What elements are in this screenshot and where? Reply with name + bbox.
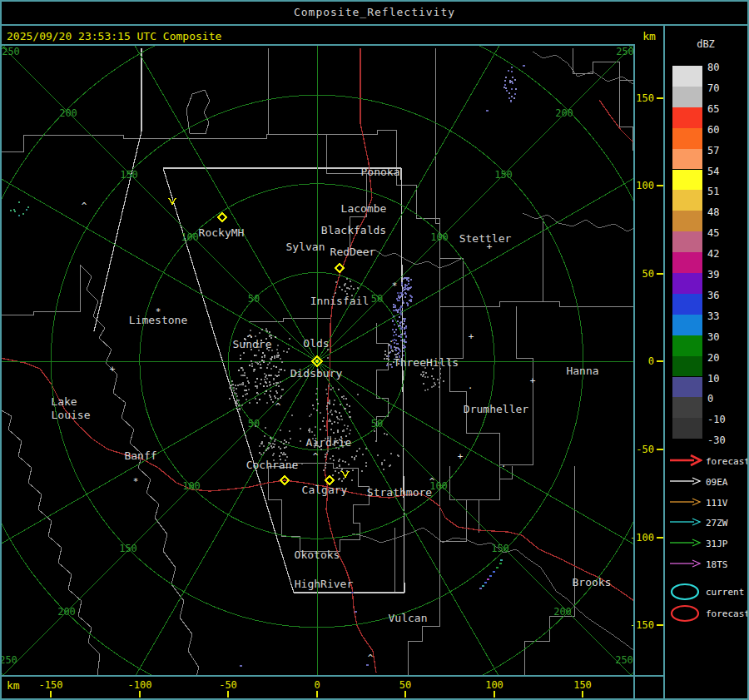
city-label: Didsbury [290, 367, 343, 380]
storm-cell-ellipse-icon [669, 603, 702, 623]
svg-text:50: 50 [371, 293, 383, 305]
track-legend-row: 09EA [669, 475, 747, 489]
track-arrow-icon [669, 496, 702, 509]
svg-text:150: 150 [120, 169, 138, 181]
city-label: Stettler [459, 232, 512, 245]
city-label: Brooks [573, 576, 612, 588]
dbz-edge-label: -30 [707, 435, 726, 445]
svg-text:50: 50 [248, 293, 260, 305]
svg-text:200: 200 [59, 107, 77, 119]
city-label: RockyMH [199, 226, 245, 239]
y-axis-tick [657, 537, 663, 539]
track-legend-row: 18TS [669, 558, 747, 571]
dbz-edge-label: 80 [707, 62, 719, 72]
svg-text:150: 150 [491, 543, 509, 554]
x-axis-tick [316, 691, 318, 698]
city-label: RedDeer [330, 246, 376, 258]
radar-map-svg: 5010015020025050100150200250501001502002… [0, 45, 634, 676]
dbz-edge-label: 45 [707, 228, 719, 238]
track-id-label: 111V [706, 498, 728, 509]
dbz-edge-label: 10 [707, 374, 719, 384]
dbz-edge-label: 39 [707, 270, 719, 280]
dbz-color-box [672, 294, 702, 315]
svg-text:200: 200 [553, 606, 572, 618]
track-arrow-icon [669, 516, 702, 529]
legend-panel: dBZ 807065605754514845423936333020100-10… [664, 25, 749, 700]
dbz-color-box [672, 231, 702, 252]
svg-text:+: + [487, 241, 493, 252]
city-label: Banff [124, 449, 156, 462]
radar-map-canvas[interactable]: 5010015020025050100150200250501001502002… [0, 45, 634, 676]
y-axis-tick [657, 97, 663, 99]
dbz-edge-label: 51 [707, 186, 719, 196]
dbz-color-box [672, 377, 702, 398]
map-top-border [0, 44, 634, 46]
titlebar-divider-line [0, 24, 749, 26]
city-label: Okotoks [295, 549, 340, 561]
dbz-color-box [672, 170, 702, 191]
dbz-edge-label: 70 [707, 83, 719, 93]
y-axis-unit-label: km [635, 30, 663, 42]
svg-text:+: + [110, 364, 116, 375]
x-axis-tick-label: -150 [31, 679, 71, 691]
dbz-color-box [672, 107, 702, 128]
track-id-label: 18TS [706, 559, 728, 570]
window-title: Composite_Reflectivity [0, 0, 749, 24]
svg-text:*: * [392, 280, 398, 291]
city-label: Calgary [302, 484, 348, 496]
city-label: Vulcan [389, 612, 428, 624]
dbz-color-box [672, 128, 702, 149]
svg-text:150: 150 [494, 169, 513, 181]
dbz-color-box [672, 418, 702, 439]
svg-text:50: 50 [248, 418, 260, 429]
y-axis-tick [657, 624, 663, 626]
city-label: Lake [51, 395, 77, 408]
storm-cell-ellipse-icon [669, 582, 702, 602]
radar-application-window: Composite_Reflectivity 2025/09/20 23:53:… [0, 0, 749, 700]
dbz-scale-title: dBZ [664, 38, 747, 50]
y-axis-tick-label: 50 [626, 268, 654, 280]
track-id-label: 09EA [706, 477, 728, 488]
track-arrow-icon [669, 537, 702, 549]
city-label: Lacombe [341, 202, 387, 215]
svg-text:*: * [133, 476, 139, 487]
y-axis-tick-label: 100 [626, 180, 654, 191]
svg-text:+: + [469, 331, 474, 342]
legend-left-border [663, 25, 665, 700]
svg-text:^: ^ [313, 451, 319, 462]
dbz-color-box [672, 397, 702, 418]
svg-text:100: 100 [181, 231, 199, 243]
dbz-color-box [672, 87, 702, 107]
svg-text:250: 250 [616, 46, 634, 57]
dbz-color-box [672, 273, 702, 294]
city-label: Ponoka [361, 166, 400, 178]
svg-text:·: · [389, 336, 394, 347]
svg-text:·: · [501, 461, 507, 472]
svg-text:^: ^ [275, 401, 281, 412]
city-label: Airdrie [306, 436, 352, 449]
dbz-color-box [672, 190, 702, 211]
dbz-edge-label: 30 [707, 332, 719, 342]
svg-text:200: 200 [57, 606, 76, 618]
dbz-color-box [672, 149, 702, 170]
x-axis-tick-label: -100 [120, 679, 160, 691]
city-label: Drumheller [464, 403, 528, 415]
dbz-color-box [672, 66, 702, 87]
svg-text:250: 250 [2, 46, 20, 57]
x-axis-tick [139, 691, 141, 698]
x-axis-tick [582, 691, 583, 698]
svg-text:^: ^ [368, 653, 374, 663]
svg-text:200: 200 [555, 107, 573, 119]
cell-ellipse-label: current [706, 587, 744, 598]
map-right-border [633, 44, 635, 700]
datetime-label: 2025/09/20 23:53:15 UTC Composite [7, 30, 221, 42]
y-axis-tick-label: 150 [626, 92, 654, 104]
dbz-edge-label: 60 [707, 125, 719, 135]
city-label: Olds [303, 337, 329, 350]
svg-text:·: · [468, 383, 474, 394]
city-label: Innisfail [310, 295, 369, 307]
city-label: Cochrane [246, 459, 299, 471]
track-arrow-icon [669, 454, 702, 467]
dbz-edge-label: 54 [707, 166, 719, 176]
city-label: Hanna [566, 365, 598, 377]
